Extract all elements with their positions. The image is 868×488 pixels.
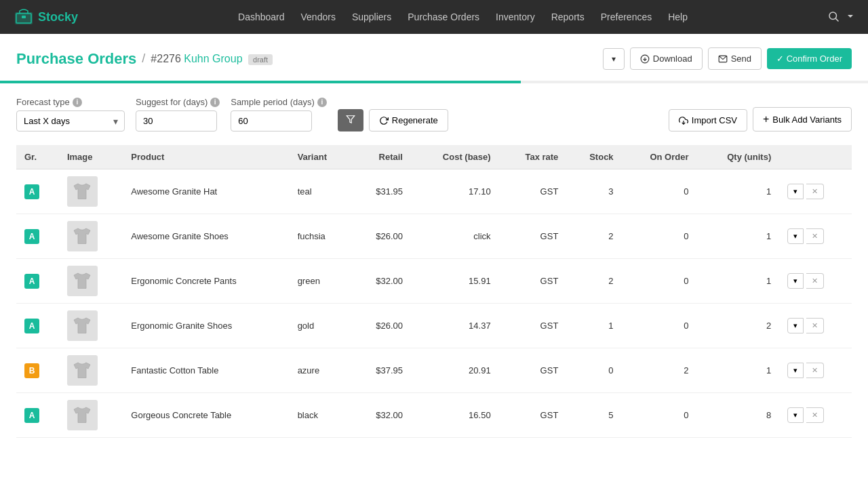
forecast-info-icon[interactable]: i bbox=[73, 98, 82, 107]
breadcrumb-separator: / bbox=[142, 52, 145, 66]
bulk-add-variants-button[interactable]: + Bulk Add Variants bbox=[753, 107, 852, 131]
row-delete-button[interactable]: ✕ bbox=[806, 184, 824, 199]
row-dropdown-button[interactable]: ▾ bbox=[787, 407, 804, 423]
row-dropdown-button[interactable]: ▾ bbox=[787, 228, 804, 244]
sample-days-label: Sample period (days) i bbox=[231, 97, 327, 107]
nav-inventory[interactable]: Inventory bbox=[496, 12, 535, 22]
cell-cost: 20.91 bbox=[411, 348, 499, 393]
plus-icon: + bbox=[763, 113, 769, 125]
sample-days-input[interactable] bbox=[231, 110, 312, 131]
table-row: A Ergonomic Concrete Pants green $32.00 … bbox=[16, 259, 852, 304]
dropdown-button[interactable]: ▾ bbox=[603, 48, 625, 70]
breadcrumb-order-id: #2276 Kuhn Group draft bbox=[151, 53, 273, 65]
nav-suppliers[interactable]: Suppliers bbox=[352, 12, 391, 22]
nav-preferences[interactable]: Preferences bbox=[601, 12, 652, 22]
cell-product: Ergonomic Granite Shoes bbox=[123, 304, 289, 348]
breadcrumb-main-link[interactable]: Purchase Orders bbox=[16, 50, 136, 68]
filter-button[interactable] bbox=[338, 109, 363, 131]
nav-help[interactable]: Help bbox=[668, 12, 688, 22]
row-dropdown-button[interactable]: ▾ bbox=[787, 184, 804, 199]
status-badge: draft bbox=[248, 54, 273, 65]
nav-vendors[interactable]: Vendors bbox=[301, 12, 336, 22]
suggest-info-icon[interactable]: i bbox=[210, 98, 220, 107]
cell-retail: $26.00 bbox=[352, 214, 411, 259]
cell-on-order: 0 bbox=[622, 259, 697, 304]
nav-purchase-orders[interactable]: Purchase Orders bbox=[408, 12, 479, 22]
import-bulk-buttons: Import CSV + Bulk Add Variants bbox=[669, 107, 852, 131]
cell-tax-rate: GST bbox=[499, 393, 567, 438]
cell-on-order: 2 bbox=[622, 348, 697, 393]
grade-badge: A bbox=[24, 229, 39, 244]
filters-section: Forecast type i Last X days Last 30 days… bbox=[0, 83, 868, 145]
cell-stock: 1 bbox=[566, 304, 621, 348]
cell-tax-rate: GST bbox=[499, 169, 567, 214]
regenerate-button[interactable]: Regenerate bbox=[369, 109, 448, 131]
row-dropdown-button[interactable]: ▾ bbox=[787, 363, 804, 378]
cell-retail: $32.00 bbox=[352, 393, 411, 438]
col-image: Image bbox=[59, 145, 123, 169]
row-delete-button[interactable]: ✕ bbox=[806, 363, 824, 378]
forecast-type-select[interactable]: Last X days Last 30 days Last 60 days La… bbox=[16, 110, 125, 131]
cell-stock: 5 bbox=[566, 393, 621, 438]
tshirt-icon bbox=[70, 314, 94, 338]
cell-image bbox=[59, 169, 123, 214]
cell-grade: A bbox=[16, 259, 59, 304]
import-csv-button[interactable]: Import CSV bbox=[669, 109, 747, 131]
logo[interactable]: Stocky bbox=[14, 7, 78, 27]
nav-links: Dashboard Vendors Suppliers Purchase Ord… bbox=[98, 12, 827, 22]
nav-reports[interactable]: Reports bbox=[551, 12, 585, 22]
nav-dashboard[interactable]: Dashboard bbox=[238, 12, 285, 22]
cell-cost: 14.37 bbox=[411, 304, 499, 348]
table-row: A Ergonomic Granite Shoes gold $26.00 14… bbox=[16, 304, 852, 348]
suggest-days-label: Suggest for (days) i bbox=[136, 97, 220, 107]
row-action-buttons: ▾ ✕ bbox=[787, 363, 844, 378]
suggest-days-input[interactable] bbox=[136, 110, 217, 131]
product-image bbox=[67, 400, 98, 430]
cell-actions: ▾ ✕ bbox=[779, 304, 852, 348]
row-dropdown-button[interactable]: ▾ bbox=[787, 318, 804, 333]
cell-variant: green bbox=[290, 259, 352, 304]
regenerate-icon bbox=[379, 116, 389, 125]
search-icon[interactable] bbox=[827, 10, 840, 24]
navbar: Stocky Dashboard Vendors Suppliers Purch… bbox=[0, 0, 868, 34]
cell-tax-rate: GST bbox=[499, 348, 567, 393]
nav-caret-icon[interactable] bbox=[846, 12, 854, 22]
cell-actions: ▾ ✕ bbox=[779, 348, 852, 393]
row-action-buttons: ▾ ✕ bbox=[787, 318, 844, 333]
sample-info-icon[interactable]: i bbox=[317, 98, 327, 107]
cell-cost: 17.10 bbox=[411, 169, 499, 214]
cell-on-order: 0 bbox=[622, 169, 697, 214]
cell-image bbox=[59, 393, 123, 438]
row-delete-button[interactable]: ✕ bbox=[806, 273, 824, 289]
tshirt-icon bbox=[70, 403, 94, 428]
product-image bbox=[67, 355, 98, 386]
cell-on-order: 0 bbox=[622, 214, 697, 259]
logo-text: Stocky bbox=[38, 10, 78, 24]
cell-qty: 1 bbox=[696, 214, 779, 259]
cell-product: Gorgeous Concrete Table bbox=[123, 393, 289, 438]
col-actions bbox=[779, 145, 852, 169]
row-action-buttons: ▾ ✕ bbox=[787, 273, 844, 289]
row-delete-button[interactable]: ✕ bbox=[806, 228, 824, 244]
cell-on-order: 0 bbox=[622, 393, 697, 438]
cell-product: Awesome Granite Shoes bbox=[123, 214, 289, 259]
breadcrumb: Purchase Orders / #2276 Kuhn Group draft bbox=[16, 50, 273, 68]
svg-marker-8 bbox=[347, 116, 355, 123]
breadcrumb-supplier-link[interactable]: Kuhn Group bbox=[184, 53, 242, 64]
col-grade: Gr. bbox=[16, 145, 59, 169]
download-button[interactable]: Download bbox=[630, 47, 703, 70]
row-dropdown-button[interactable]: ▾ bbox=[787, 273, 804, 289]
send-button[interactable]: Send bbox=[708, 47, 762, 70]
cell-product: Ergonomic Concrete Pants bbox=[123, 259, 289, 304]
cell-actions: ▾ ✕ bbox=[779, 259, 852, 304]
svg-line-4 bbox=[835, 18, 838, 21]
forecast-type-label: Forecast type i bbox=[16, 97, 125, 107]
cell-actions: ▾ ✕ bbox=[779, 393, 852, 438]
row-delete-button[interactable]: ✕ bbox=[806, 407, 824, 423]
tshirt-icon bbox=[70, 269, 94, 293]
product-image bbox=[67, 221, 98, 251]
cell-image bbox=[59, 214, 123, 259]
col-retail: Retail bbox=[352, 145, 411, 169]
row-delete-button[interactable]: ✕ bbox=[806, 318, 824, 333]
confirm-order-button[interactable]: ✓ Confirm Order bbox=[767, 48, 852, 69]
